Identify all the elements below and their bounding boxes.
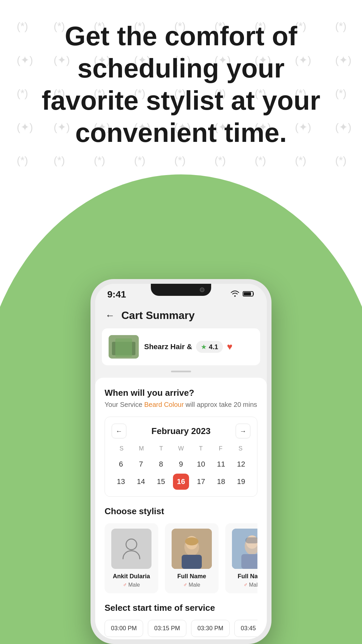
stylist-card[interactable]: Ankit Dularia♂ Male (105, 523, 158, 593)
salon-name: Shearz Hair & (144, 342, 192, 351)
calendar-date[interactable]: 19 (233, 474, 249, 490)
calendar-date[interactable]: 6 (113, 456, 129, 472)
salon-thumbnail (109, 335, 139, 359)
calendar-day-label: M (131, 445, 151, 452)
time-slots-row: 03:00 PM03:15 PM03:30 PM03:45 PM (105, 620, 257, 637)
pattern-symbol: (*) (94, 154, 105, 167)
svg-rect-14 (241, 554, 257, 569)
hero-title: Get the comfort of scheduling your favor… (27, 20, 335, 149)
favorite-icon[interactable]: ♥ (227, 341, 233, 352)
calendar-date[interactable]: 15 (153, 474, 169, 490)
calendar-next-button[interactable]: → (236, 424, 250, 438)
stylist-section-title: Choose stylist (105, 506, 257, 517)
calendar-date[interactable]: 18 (213, 474, 229, 490)
pattern-symbol: (*) (17, 154, 28, 167)
gender-icon: ♂ (244, 582, 248, 588)
phone-inner: 9:41 (95, 284, 267, 639)
pattern-symbol: (*) (215, 154, 226, 167)
svg-rect-1 (244, 292, 251, 296)
stylist-name: Full Name (177, 573, 206, 580)
status-time: 9:41 (107, 289, 126, 300)
pattern-symbol: (*) (174, 154, 186, 167)
next-arrow: → (240, 427, 246, 435)
stylist-card[interactable]: Full Name♂ Male (165, 523, 219, 593)
hero-section: Get the comfort of scheduling your favor… (0, 20, 362, 149)
gender-icon: ♂ (123, 582, 127, 588)
arrive-title: When will you arrive? (105, 388, 257, 398)
calendar-month: February 2023 (152, 426, 210, 436)
calendar-date[interactable]: 10 (193, 456, 209, 472)
time-slot[interactable]: 03:00 PM (105, 620, 143, 637)
calendar-date[interactable]: 13 (113, 474, 129, 490)
phone-mockup: 9:41 (90, 279, 272, 644)
rating-number: 4.1 (209, 343, 218, 351)
calendar-day-label: F (211, 445, 231, 452)
arrive-subtitle: Your Service Beard Colour will approx ta… (105, 401, 257, 409)
calendar-day-label: S (231, 445, 250, 452)
stylist-photo (172, 529, 212, 569)
time-slot[interactable]: 03:45 PM (234, 620, 257, 637)
calendar-header: ← February 2023 → (112, 424, 250, 438)
calendar-dates: 6789101112 (112, 456, 250, 472)
stylist-gender: ♂ Male (183, 582, 200, 588)
salon-image (109, 335, 139, 359)
stylist-photo (111, 529, 152, 569)
scroll-hint (171, 371, 191, 372)
pattern-symbol: (*) (335, 154, 347, 167)
gender-label: Male (249, 582, 257, 588)
calendar-date[interactable]: 16 (173, 474, 189, 490)
svg-rect-9 (182, 555, 202, 569)
pattern-symbol: (*) (54, 154, 65, 167)
app-header: ← Cart Summary (95, 303, 267, 328)
calendar-date[interactable]: 14 (133, 474, 149, 490)
calendar-date[interactable]: 7 (133, 456, 149, 472)
stylist-gender: ♂ Male (244, 582, 257, 588)
camera-dot (200, 287, 204, 292)
time-slot[interactable]: 03:30 PM (191, 620, 230, 637)
time-section-title: Select start time of service (105, 603, 257, 613)
calendar-date[interactable]: 17 (193, 474, 209, 490)
battery-icon (243, 290, 255, 299)
gender-icon: ♂ (183, 582, 187, 588)
calendar-date[interactable]: 9 (173, 456, 189, 472)
stylist-photo (232, 529, 257, 569)
gender-label: Male (189, 582, 200, 588)
calendar-prev-button[interactable]: ← (112, 424, 126, 438)
header-title: Cart Summary (121, 309, 195, 322)
gender-label: Male (128, 582, 140, 588)
arrive-section: When will you arrive? Your Service Beard… (105, 388, 257, 409)
status-icons (231, 290, 255, 299)
salon-info: Shearz Hair & ★ 4.1 ♥ (144, 341, 253, 353)
calendar-date[interactable]: 8 (153, 456, 169, 472)
calendar-date[interactable]: 11 (213, 456, 229, 472)
calendar-date[interactable]: 12 (233, 456, 249, 472)
back-button[interactable]: ← (105, 310, 115, 321)
pattern-symbol: (*) (295, 154, 306, 167)
svg-rect-4 (115, 338, 132, 357)
pattern-symbol: (*) (255, 154, 266, 167)
stylist-card[interactable]: Full Name♂ Male (225, 523, 257, 593)
star-icon: ★ (201, 343, 207, 351)
pattern-symbol: (*) (134, 154, 145, 167)
calendar-day-label: T (151, 445, 171, 452)
time-slot[interactable]: 03:15 PM (148, 620, 186, 637)
phone-outer: 9:41 (90, 279, 272, 644)
svg-point-5 (126, 539, 137, 550)
stylist-name: Ankit Dularia (113, 573, 150, 580)
salon-card: Shearz Hair & ★ 4.1 ♥ (102, 328, 260, 365)
main-card: When will you arrive? Your Service Beard… (95, 378, 267, 639)
avatar-placeholder (111, 529, 152, 569)
stylists-row: Ankit Dularia♂ Male Full Name♂ Male Full… (105, 523, 257, 593)
calendar-day-label: T (191, 445, 211, 452)
calendar: ← February 2023 → SMTWTFS 6789101112 131… (105, 417, 257, 497)
stylist-name: Full Name (238, 573, 257, 580)
calendar-days-header: SMTWTFS (112, 445, 250, 452)
calendar-dates-row2: 13141516171819 (112, 474, 250, 490)
svg-point-10 (185, 537, 198, 545)
rating-badge: ★ 4.1 (196, 341, 223, 353)
calendar-day-label: S (112, 445, 131, 452)
status-bar: 9:41 (95, 284, 267, 303)
calendar-day-label: W (171, 445, 191, 452)
notch (151, 284, 211, 296)
svg-rect-15 (245, 537, 257, 543)
